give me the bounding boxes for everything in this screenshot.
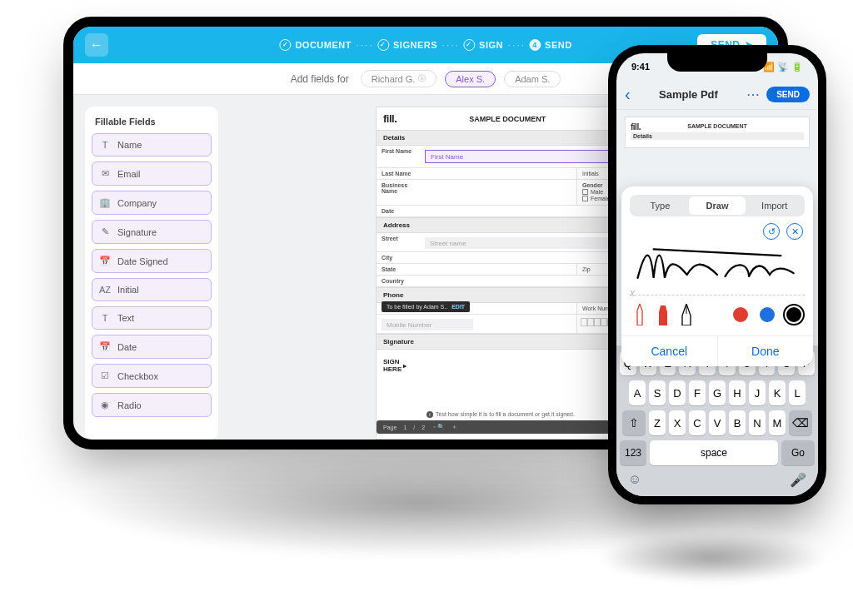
back-icon[interactable]: ‹ <box>625 85 631 104</box>
field-company[interactable]: 🏢Company <box>92 191 212 215</box>
field-date-signed[interactable]: 📅Date Signed <box>92 249 212 273</box>
phone-document-preview[interactable]: fill. SAMPLE DOCUMENT Details <box>625 117 810 148</box>
pdf-pager[interactable]: Page 1 / 2 －🔍 ＋ <box>377 420 625 434</box>
signature-canvas[interactable] <box>630 240 805 295</box>
pen-marker[interactable] <box>656 304 670 325</box>
field-initial[interactable]: AZInitial <box>92 278 212 301</box>
key-c[interactable]: C <box>689 410 706 435</box>
signature-mode-segment[interactable]: Type Draw Import <box>630 195 805 216</box>
field-email[interactable]: ✉Email <box>92 161 212 186</box>
mail-icon: ✉ <box>99 168 111 179</box>
field-checkbox[interactable]: ☑Checkbox <box>92 364 212 388</box>
label-business: Business Name <box>377 180 420 205</box>
phone-device: 9:41 📶 📡 🔋 ‹ Sample Pdf ⋯ SEND fill. SAM… <box>608 45 826 504</box>
initials-icon: AZ <box>99 285 111 295</box>
emoji-key[interactable]: ☺ <box>628 472 641 488</box>
undo-icon[interactable]: ↺ <box>763 223 780 240</box>
brand-logo: fill. <box>383 112 397 125</box>
space-key[interactable]: space <box>650 440 778 465</box>
chip-adam[interactable]: Adam S. <box>504 71 561 87</box>
keyboard[interactable]: QWERTYUIOP ASDFGHJKL ⇧ ZXCVBNM⌫ 123 spac… <box>616 345 818 496</box>
back-button[interactable]: ← <box>85 33 108 57</box>
tag-adam[interactable]: To be filled by Adam S..EDIT <box>382 301 470 312</box>
phone-title: Sample Pdf <box>637 88 741 101</box>
wizard-steps: DOCUMENT · · · · SIGNERS · · · · SIGN · … <box>279 39 571 51</box>
key-v[interactable]: V <box>709 410 726 435</box>
key-j[interactable]: J <box>749 380 766 405</box>
color-black[interactable] <box>786 307 801 322</box>
field-radio[interactable]: ◉Radio <box>92 393 212 417</box>
mic-key[interactable]: 🎤 <box>790 472 806 488</box>
input-street[interactable]: Street name <box>425 237 620 249</box>
document-title: SAMPLE DOCUMENT <box>397 115 618 123</box>
pen-thin[interactable] <box>633 304 646 325</box>
footer-note: iTest how simple it is to fill a documen… <box>377 409 625 420</box>
add-fields-label: Add fields for <box>291 73 349 85</box>
sidebar: Fillable Fields TName ✉Email 🏢Company ✎S… <box>85 107 218 440</box>
key-g[interactable]: G <box>709 380 726 405</box>
text-icon: T <box>99 313 111 323</box>
phone-send-button[interactable]: SEND <box>766 87 810 102</box>
clear-icon[interactable]: ✕ <box>786 223 803 240</box>
notch <box>667 53 767 72</box>
delete-key[interactable]: ⌫ <box>789 410 812 435</box>
text-icon: T <box>99 140 111 150</box>
key-d[interactable]: D <box>669 380 686 405</box>
key-x[interactable]: X <box>669 410 686 435</box>
more-icon[interactable]: ⋯ <box>746 87 760 102</box>
step-signers[interactable]: SIGNERS <box>377 39 437 51</box>
shift-key[interactable]: ⇧ <box>622 410 646 435</box>
label-street: Street <box>377 233 420 251</box>
go-key[interactable]: Go <box>781 440 815 465</box>
chip-alex[interactable]: Alex S. <box>445 71 496 87</box>
field-text[interactable]: TText <box>92 306 212 330</box>
field-name[interactable]: TName <box>92 133 212 156</box>
cancel-button[interactable]: Cancel <box>621 336 718 366</box>
input-mobile[interactable]: Mobile Number <box>382 319 473 330</box>
step-document[interactable]: DOCUMENT <box>279 39 352 51</box>
section-address: Address <box>377 217 625 233</box>
seg-draw[interactable]: Draw <box>689 196 746 215</box>
chip-remove-icon[interactable]: ⓧ <box>418 73 426 84</box>
color-red[interactable] <box>733 307 748 322</box>
key-a[interactable]: A <box>629 380 646 405</box>
baseline-x-icon: x <box>630 287 635 299</box>
section-details: Details <box>377 130 625 146</box>
field-date[interactable]: 📅Date <box>92 335 212 359</box>
key-s[interactable]: S <box>649 380 666 405</box>
svg-marker-0 <box>637 304 642 325</box>
input-first-name[interactable]: First Name <box>425 150 620 163</box>
field-signature[interactable]: ✎Signature <box>92 220 212 244</box>
chip-richard[interactable]: Richard G.ⓧ <box>361 70 437 87</box>
radio-icon: ◉ <box>99 400 111 410</box>
clock: 9:41 <box>631 62 650 72</box>
signature-sheet: Type Draw Import ↺ ✕ x <box>621 186 813 366</box>
step-send[interactable]: 4SEND <box>529 39 572 51</box>
seg-type[interactable]: Type <box>631 196 689 215</box>
calendar-icon: 📅 <box>99 256 111 266</box>
seg-import[interactable]: Import <box>746 196 803 215</box>
sign-here[interactable]: SIGN HERE▸ <box>377 350 625 381</box>
label-first-name: First Name <box>377 146 420 167</box>
label-country: Country <box>377 276 420 286</box>
pen-fountain[interactable] <box>680 304 693 325</box>
key-l[interactable]: L <box>789 380 806 405</box>
step-sign[interactable]: SIGN <box>463 39 503 51</box>
key-h[interactable]: H <box>729 380 746 405</box>
key-b[interactable]: B <box>729 410 746 435</box>
zoom-in-icon[interactable]: ＋ <box>451 423 457 431</box>
zoom-out-icon[interactable]: －🔍 <box>431 423 445 431</box>
color-blue[interactable] <box>760 307 775 322</box>
status-icons: 📶 📡 🔋 <box>763 62 803 72</box>
key-n[interactable]: N <box>749 410 766 435</box>
numbers-key[interactable]: 123 <box>620 440 646 465</box>
key-m[interactable]: M <box>769 410 786 435</box>
phone-navbar: ‹ Sample Pdf ⋯ SEND <box>616 80 818 110</box>
key-f[interactable]: F <box>689 380 706 405</box>
done-button[interactable]: Done <box>718 336 814 366</box>
label-city: City <box>377 252 420 263</box>
sidebar-title: Fillable Fields <box>95 117 212 127</box>
key-k[interactable]: K <box>769 380 786 405</box>
key-z[interactable]: Z <box>649 410 666 435</box>
document-preview[interactable]: fill. SAMPLE DOCUMENT Details First Name… <box>376 107 626 440</box>
